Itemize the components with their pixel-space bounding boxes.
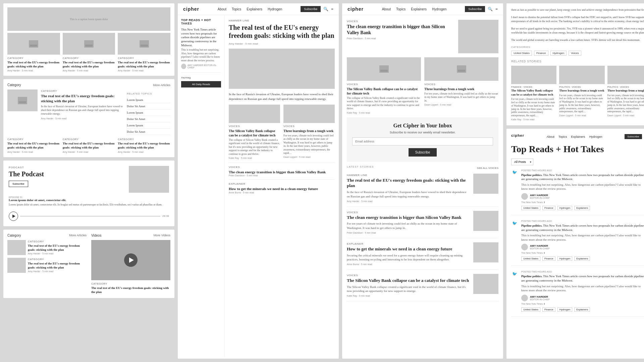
- related-card-body-3: For ten years, climate tech investing co…: [607, 94, 644, 114]
- card-author-2: Amy Harder · 5 min read: [63, 69, 115, 72]
- nav3-hydrogen[interactable]: Hydrogen: [432, 7, 446, 11]
- cat-tag-1[interactable]: United States: [511, 51, 532, 56]
- podcast-panel: PODCAST The Podcast Subscribe EPISODE 31…: [3, 161, 174, 226]
- nav-link-hydrogen[interactable]: Hydrogen: [268, 7, 282, 11]
- timeline-bar[interactable]: [20, 216, 160, 217]
- ht-nav-topics[interactable]: Topics: [558, 135, 567, 138]
- story-1: HAMMER LINE The real test of the EU's en…: [347, 174, 498, 207]
- ht-nav-explainers[interactable]: Explainers: [571, 135, 585, 138]
- card-img-placeholder-1: [29, 40, 38, 48]
- cat-art-title-1: The real test of the EU's energy freedom…: [28, 244, 87, 252]
- related-card-3: POLITICS · VOICES Three learnings from a…: [607, 66, 644, 121]
- ht-nav-about[interactable]: About: [547, 135, 555, 138]
- detail-body: In the face of Russia's invasion of Ukra…: [41, 105, 123, 116]
- podcast-info: PODCAST The Podcast Subscribe: [9, 166, 125, 187]
- topic-2[interactable]: Dolor Sit Amet: [127, 103, 170, 110]
- story-text-2: VOICES The clean energy transition is bi…: [347, 211, 470, 234]
- ht-content-2: POSTED TWO HOURS AGO Pipeline politics. …: [521, 220, 644, 261]
- hero-banner-img: This is a caption lorem ipsum dolor: [7, 7, 170, 31]
- nav-link-explainers[interactable]: Explainers: [247, 7, 262, 11]
- article-main-title: The real test of the EU's energy freedom…: [229, 23, 335, 40]
- ht-tag-2-1[interactable]: United States: [521, 256, 540, 261]
- reads-article-1: This New York Times article covers how t…: [181, 28, 221, 73]
- ht-tag-1-1[interactable]: United States: [521, 206, 540, 210]
- signup-button[interactable]: Subscribe: [409, 148, 437, 157]
- nav-link-topics[interactable]: Topics: [232, 7, 241, 11]
- nav3-topics[interactable]: Topics: [396, 7, 406, 11]
- ht-author-info-2: AMY HARDER EDITOR-IN-CHIEF: [530, 244, 550, 250]
- play-button[interactable]: [9, 212, 18, 221]
- episode-row: EPISODE 31 Lorem ipsum dolor sit amet, c…: [9, 196, 169, 207]
- ht-tag-3-2[interactable]: Finance: [542, 307, 555, 312]
- topic-6[interactable]: Dolor Sit Amet: [127, 129, 170, 135]
- ht-nav-hydrogen[interactable]: Hydrogen: [589, 135, 602, 138]
- story-img-1: [473, 174, 498, 194]
- main-content: TOP READS + HOT TAKES This New York Time…: [178, 15, 339, 357]
- ht-author-name-2: AMY HARDER: [530, 244, 550, 247]
- card-title-1: The real test of the EU's energy freedom…: [7, 61, 60, 68]
- see-all-link[interactable]: SEE ALL VOICES: [477, 167, 498, 170]
- ht-tag-1-3[interactable]: Hydrogen: [557, 206, 573, 210]
- cat-article-item-1: CATEGORY The real test of the EU's energ…: [7, 240, 87, 255]
- long-article-body-2: I don't mean to dismiss the potential fa…: [511, 15, 644, 23]
- author-name: AMY HARDER EDITOR-IN-CHIEF: [187, 64, 221, 69]
- ht-subscribe-button[interactable]: Subscribe: [625, 134, 642, 139]
- episode-info: EPISODE 31 Lorem ipsum dolor sit amet, c…: [9, 196, 169, 207]
- ht-tag-3-1[interactable]: United States: [521, 307, 540, 312]
- filter-select[interactable]: All Posts: [511, 159, 533, 165]
- search-icon-3[interactable]: 🔍: [488, 7, 493, 12]
- cat-art-img-1: [7, 240, 26, 255]
- inner-grid-body-1: The collapse of Silicon Valley Bank crea…: [229, 138, 280, 156]
- videos-label: Videos: [91, 234, 101, 237]
- nav3-subscribe-button[interactable]: Subscribe: [465, 6, 485, 12]
- ht-tag-3-4[interactable]: Explainers: [574, 307, 590, 312]
- reads-art-title-1: This New York Times article covers how t…: [181, 28, 221, 47]
- topic-3[interactable]: Lorem Ipsum: [127, 110, 170, 116]
- more-articles-link-2[interactable]: More Articles: [69, 234, 87, 237]
- ht-tag-3-3[interactable]: Hydrogen: [557, 307, 573, 312]
- cat-tag-2[interactable]: Finance: [534, 51, 548, 56]
- nav-link-about[interactable]: About: [218, 7, 226, 11]
- ht-tag-2-2[interactable]: Finance: [542, 256, 555, 261]
- menu-icon-3[interactable]: ≡: [495, 7, 498, 12]
- col3-grid-placeholder-1: [379, 65, 389, 73]
- story-title-3: How to get the minerals we need in a cle…: [347, 246, 470, 252]
- cat-tag-4[interactable]: Voices: [569, 51, 581, 56]
- ht-logo: cipher: [511, 133, 524, 137]
- top-card-3: CATEGORY The real test of the EU's energ…: [118, 33, 170, 72]
- cat-tag-3[interactable]: Hydrogen: [550, 51, 567, 56]
- ht-tag-1-4[interactable]: Explainers: [574, 206, 590, 210]
- ht-tag-2-4[interactable]: Explainers: [574, 256, 590, 261]
- ht-tag-1-2[interactable]: Finance: [542, 206, 555, 210]
- story-body-3: Securing the critical minerals we need f…: [347, 253, 470, 262]
- ht-time-2: POSTED TWO HOURS AGO: [521, 220, 644, 222]
- search-icon[interactable]: 🔍: [323, 7, 328, 12]
- podcast-img: [129, 166, 169, 193]
- more-videos-link[interactable]: More Videos: [154, 234, 170, 237]
- sub-author-1: Amy Harder · 5 min read: [7, 151, 60, 153]
- topic-1[interactable]: Lorem Ipsum: [127, 97, 170, 103]
- related-topics-label: RELATED TOPICS: [127, 92, 170, 95]
- ht-author-info-3: AMY HARDER EDITOR-IN-CHIEF: [530, 295, 550, 301]
- card-img-3: [118, 33, 170, 55]
- all-reads-button[interactable]: All Daily Reads: [181, 81, 221, 87]
- topic-5[interactable]: Lorem Ipsum: [127, 122, 170, 129]
- nav3-explainers[interactable]: Explainers: [411, 7, 427, 11]
- ht-source-2: The New York Times ⬆: [521, 252, 644, 254]
- more-articles-link[interactable]: More Articles: [153, 83, 170, 87]
- sub-title-3: The real test of the EU's energy freedom…: [118, 142, 170, 149]
- podcast-subscribe-button[interactable]: Subscribe: [9, 181, 28, 187]
- topic-4[interactable]: Dolor Sit Amet: [127, 116, 170, 122]
- related-card-body-2: For ten years, climate tech investing co…: [559, 94, 604, 114]
- ht-tag-2-3[interactable]: Hydrogen: [557, 256, 573, 261]
- sub-card-1: CATEGORY The real test of the EU's energ…: [7, 138, 60, 153]
- video-play-button[interactable]: [124, 253, 138, 267]
- col3-grid-img-2: [424, 57, 498, 81]
- hero-cat: VOICES: [347, 20, 455, 23]
- menu-icon[interactable]: ≡: [331, 7, 333, 12]
- reads-title: TOP READS + HOT TAKES: [181, 18, 221, 25]
- nav3-about[interactable]: About: [382, 7, 391, 11]
- signup-email-input[interactable]: [352, 137, 493, 145]
- reads-hashtag: #azmag: [181, 76, 221, 79]
- nav-subscribe-button[interactable]: Subscribe: [301, 6, 321, 12]
